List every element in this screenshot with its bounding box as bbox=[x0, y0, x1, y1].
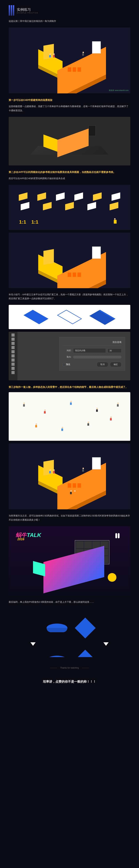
square-stacked bbox=[91, 310, 115, 324]
square-filled bbox=[24, 310, 48, 324]
footer-thanks: Thanks for watching bbox=[0, 660, 139, 676]
step1-desc: 这里稍微需要一点建模基础，我建了几个简单的平台和楼梯作为整体框架，还有一个简单的… bbox=[0, 102, 139, 114]
spacing-label: 间距: bbox=[63, 349, 72, 352]
people-canvas bbox=[9, 392, 130, 441]
ratio-label-1: 1:1 bbox=[19, 219, 26, 225]
tool-icon[interactable] bbox=[11, 342, 15, 345]
example-render-2 bbox=[9, 232, 130, 288]
logo-icon bbox=[9, 5, 14, 16]
tool-icon[interactable] bbox=[11, 367, 15, 370]
arrow-down-icon bbox=[30, 642, 36, 646]
tool-icon[interactable] bbox=[11, 338, 15, 341]
stage-year: 2016 bbox=[18, 537, 24, 541]
diamond-shape bbox=[75, 618, 95, 638]
header-title: 实例练习 bbox=[17, 7, 38, 12]
orientation-label: 取向: bbox=[63, 355, 72, 359]
tip-desc: 补充小技巧：AI中建立立体平台也可以用扩展工具，先画一个透视正方形（直接用参考线… bbox=[0, 291, 139, 302]
transform-demo bbox=[9, 609, 130, 657]
ai-blend-dialog: 混合选项 间距: 指定的步数 取向: ✓ 预览 bbox=[9, 332, 130, 380]
diamond-shape bbox=[75, 650, 95, 657]
square-outline bbox=[57, 310, 82, 324]
watermark: 图老师 www.tulaoshi.com bbox=[109, 89, 129, 92]
cylinder-shape bbox=[47, 656, 67, 657]
bunny-ears-icon bbox=[115, 533, 120, 539]
confirm-button[interactable]: 确定 bbox=[110, 362, 121, 367]
tool-icon[interactable] bbox=[11, 334, 15, 337]
cancel-button[interactable]: 取消 bbox=[97, 362, 108, 367]
preview-checkbox[interactable]: ✓ bbox=[63, 363, 65, 366]
final-render bbox=[9, 443, 130, 509]
cylinder-shape bbox=[47, 624, 67, 632]
tool-icon[interactable] bbox=[11, 371, 15, 374]
step2-title: 第二步在AI中可以利用模块化的参考框去制作场景里的道具和图案，当然熟练后也就不需… bbox=[0, 168, 139, 175]
components-render: 1:1 1:1 bbox=[9, 185, 130, 230]
step1-title: 第一步可以在C4D中搭建简单的场景框架 bbox=[0, 96, 139, 102]
spacing-dropdown[interactable]: 指定的步数 bbox=[73, 348, 106, 353]
step3-title: 第三步制作一套人物，多种姿态加入到背景中，然后深化各个结构的细节，最后将人物合成… bbox=[0, 383, 139, 390]
tool-icon[interactable] bbox=[11, 354, 15, 358]
c4d-render bbox=[9, 117, 130, 165]
tool-icon[interactable] bbox=[11, 350, 15, 353]
bonus-desc: 最后福利，奉上我在PS里做伪2.5厚度的动画，由于是上方下载，那么就做到这里…… bbox=[0, 598, 139, 606]
dialog-title: 混合选项 bbox=[63, 341, 121, 346]
intro-text: 这是以第二章中我们做过的项目的一角为例制作 bbox=[0, 18, 139, 25]
spacing-input[interactable] bbox=[108, 349, 121, 353]
tool-icon[interactable] bbox=[11, 363, 15, 366]
ai-toolbar bbox=[9, 332, 18, 380]
orientation-slider[interactable] bbox=[73, 356, 121, 359]
header-subtitle: EXAMPLE PRACTICE bbox=[17, 12, 38, 14]
ratio-label-2: 1:1 bbox=[31, 219, 38, 225]
preview-label: 预览 bbox=[66, 363, 70, 366]
step2-desc: 然后可以在AI中把C4D的背景结构跟刚才做好的道具合成 bbox=[0, 175, 139, 182]
section-header: 实例练习 EXAMPLE PRACTICE bbox=[0, 0, 139, 18]
footer-tagline: 坦率讲，点赞的你不是一般的帅！！！ bbox=[0, 676, 139, 687]
blue-squares-demo bbox=[9, 305, 130, 329]
tool-icon[interactable] bbox=[11, 359, 15, 362]
stage-render: 蜗牛TALK 2016 bbox=[9, 526, 130, 596]
arrow-down-icon bbox=[103, 642, 109, 646]
tool-icon[interactable] bbox=[11, 346, 15, 349]
advanced-desc: 当然掌握方法之后，还可以做各种2.5D风格的尝试。比如下面就是我第二次制作的2.… bbox=[0, 512, 139, 524]
example-render-1: 图老师 www.tulaoshi.com bbox=[9, 27, 130, 93]
